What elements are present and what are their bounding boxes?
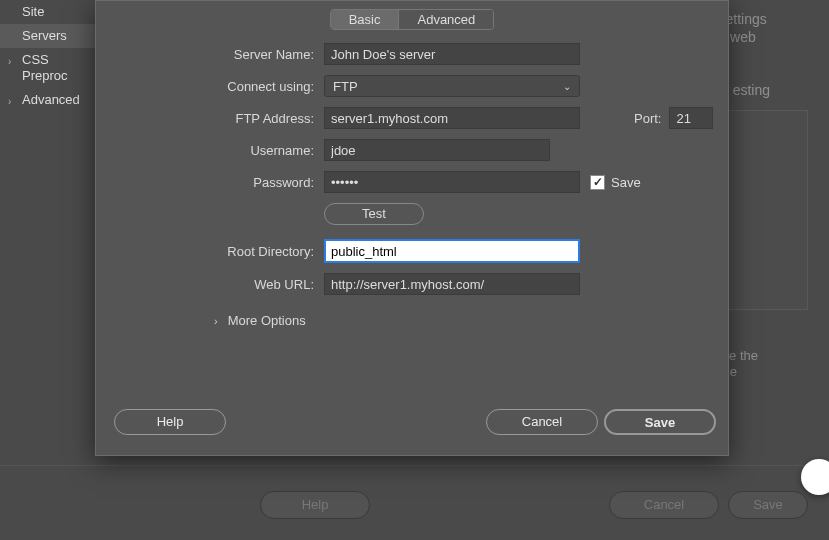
server-form: Server Name: Connect using: FTP ⌄ FTP Ad… [96, 43, 728, 328]
ftp-address-label: FTP Address: [96, 111, 324, 126]
background-heading: esting [733, 82, 770, 98]
sidebar-item-label: Site [22, 4, 44, 19]
username-label: Username: [96, 143, 324, 158]
chevron-right-icon: › [8, 54, 11, 70]
save-password-label: Save [611, 175, 641, 190]
more-options-toggle[interactable]: › More Options [214, 313, 728, 328]
root-directory-label: Root Directory: [96, 244, 324, 259]
port-input[interactable] [669, 107, 713, 129]
sidebar-item-servers[interactable]: Servers [0, 24, 100, 48]
bg-help-button[interactable]: Help [260, 491, 370, 519]
tab-basic[interactable]: Basic [331, 10, 399, 29]
chevron-down-icon: ⌄ [563, 81, 571, 92]
settings-sidebar: Site Servers › CSS Preproc › Advanced [0, 0, 100, 112]
background-footer: Help Cancel Save [0, 465, 829, 540]
password-label: Password: [96, 175, 324, 190]
password-input[interactable] [324, 171, 580, 193]
test-button[interactable]: Test [324, 203, 424, 225]
help-button[interactable]: Help [114, 409, 226, 435]
sidebar-item-label: Servers [22, 28, 67, 43]
floating-action-button[interactable] [801, 459, 829, 495]
tab-advanced[interactable]: Advanced [398, 10, 493, 29]
bg-cancel-button[interactable]: Cancel [609, 491, 719, 519]
sidebar-item-site[interactable]: Site [0, 0, 100, 24]
server-name-input[interactable] [324, 43, 580, 65]
chevron-right-icon: › [214, 315, 218, 327]
web-url-label: Web URL: [96, 277, 324, 292]
select-value: FTP [333, 79, 358, 94]
connect-using-label: Connect using: [96, 79, 324, 94]
root-directory-input[interactable] [324, 239, 580, 263]
server-name-label: Server Name: [96, 47, 324, 62]
cancel-button[interactable]: Cancel [486, 409, 598, 435]
sidebar-item-advanced[interactable]: › Advanced [0, 88, 100, 112]
dialog-footer: Help Cancel Save [96, 409, 728, 441]
save-password-checkbox[interactable]: ✓ [590, 175, 605, 190]
sidebar-item-label: Advanced [22, 92, 80, 107]
sidebar-item-css-preproc[interactable]: › CSS Preproc [0, 48, 100, 88]
ftp-address-input[interactable] [324, 107, 580, 129]
connect-using-select[interactable]: FTP ⌄ [324, 75, 580, 97]
background-hint: ble the the [719, 348, 809, 380]
background-panel [728, 110, 808, 310]
sidebar-item-label: CSS Preproc [22, 52, 68, 83]
web-url-input[interactable] [324, 273, 580, 295]
chevron-right-icon: › [8, 94, 11, 110]
save-button[interactable]: Save [604, 409, 716, 435]
more-options-label: More Options [228, 313, 306, 328]
port-label: Port: [634, 111, 661, 126]
tab-bar: Basic Advanced [96, 9, 728, 30]
bg-save-button[interactable]: Save [728, 491, 808, 519]
server-settings-dialog: Basic Advanced Server Name: Connect usin… [95, 0, 729, 456]
username-input[interactable] [324, 139, 550, 161]
